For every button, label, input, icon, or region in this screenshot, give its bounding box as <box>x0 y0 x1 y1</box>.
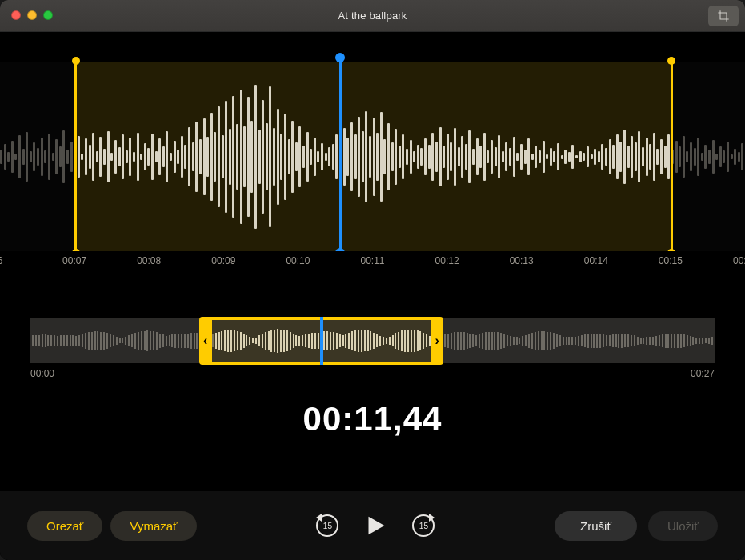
play-icon <box>362 512 389 539</box>
ruler-tick: 00:07 <box>62 255 86 266</box>
ruler-tick: 00:14 <box>584 255 608 266</box>
skip-back-icon: 15 <box>316 514 338 537</box>
ruler-tick: 00:10 <box>286 255 310 266</box>
time-ruler: 600:0700:0800:0900:1000:1100:1200:1300:1… <box>0 251 745 270</box>
ruler-tick: 00:11 <box>360 255 384 266</box>
trim-button[interactable]: Orezať <box>27 511 102 541</box>
window-zoom-button[interactable] <box>43 10 53 20</box>
waveform-overview[interactable]: ‹ › 00:00 00:27 <box>30 318 715 363</box>
overview-handle-end[interactable]: › <box>431 317 443 365</box>
delete-button[interactable]: Vymazať <box>110 511 196 541</box>
cancel-button[interactable]: Zrušiť <box>555 511 637 541</box>
skip-back-button[interactable]: 15 <box>314 512 341 539</box>
ruler-tick: 6 <box>0 255 2 266</box>
waveform-main[interactable]: 600:0700:0800:0900:1000:1100:1200:1300:1… <box>0 62 745 270</box>
ruler-tick: 00:16 <box>733 255 745 266</box>
trim-handle-start[interactable] <box>74 61 77 253</box>
ruler-tick: 00:15 <box>659 255 683 266</box>
save-button: Uložiť <box>648 511 718 541</box>
time-readout: 00:11,44 <box>0 400 745 438</box>
window-title: At the ballpark <box>0 10 745 22</box>
overview-playhead[interactable] <box>320 317 323 365</box>
bottom-toolbar: Orezať Vymazať 15 15 Zrušiť Uložiť <box>0 491 745 560</box>
editor-content: 600:0700:0800:0900:1000:1100:1200:1300:1… <box>0 32 745 560</box>
window-close-button[interactable] <box>11 10 21 20</box>
crop-toggle-button[interactable] <box>708 6 739 26</box>
waveform-bars <box>0 69 745 245</box>
ruler-tick: 00:09 <box>211 255 235 266</box>
overview-handle-start[interactable]: ‹ <box>199 317 212 365</box>
transport-controls: 15 15 <box>205 512 547 539</box>
skip-forward-icon: 15 <box>412 514 435 537</box>
playhead[interactable] <box>339 58 342 253</box>
ruler-tick: 00:12 <box>435 255 459 266</box>
overview-start-label: 00:00 <box>30 368 54 379</box>
play-button[interactable] <box>362 512 389 539</box>
app-window: At the ballpark 600:0700:0800:0900:1000:… <box>0 0 745 560</box>
titlebar: At the ballpark <box>0 0 745 32</box>
ruler-tick: 00:08 <box>137 255 161 266</box>
crop-icon <box>717 10 730 22</box>
window-minimize-button[interactable] <box>27 10 37 20</box>
ruler-tick: 00:13 <box>510 255 534 266</box>
skip-forward-button[interactable]: 15 <box>410 512 437 539</box>
trim-handle-end[interactable] <box>671 61 673 253</box>
overview-end-label: 00:27 <box>691 368 715 379</box>
